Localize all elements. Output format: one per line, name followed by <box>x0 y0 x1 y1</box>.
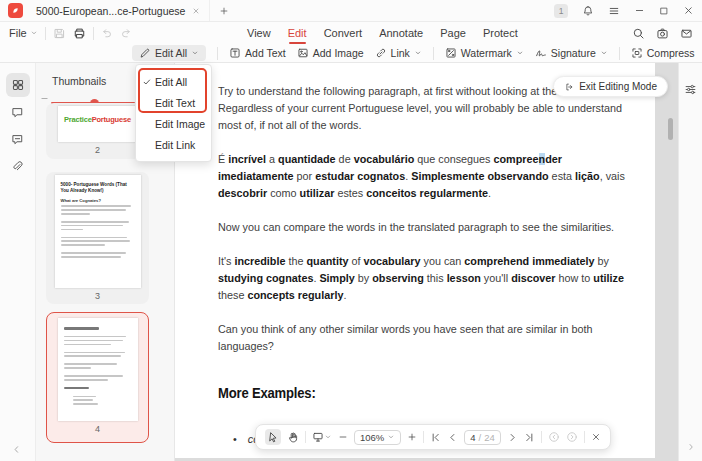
menu-item-edit[interactable]: Edit <box>288 27 307 39</box>
page-navigation-toolbar: 106% 4 / 24 <box>255 424 611 450</box>
annotations-panel-button[interactable] <box>6 127 30 151</box>
tab-close-icon[interactable] <box>192 7 200 15</box>
thumbnail-text-lines <box>64 327 132 405</box>
thumbnail-page-image: PracticePortuguese <box>58 106 138 142</box>
print-button[interactable] <box>73 27 86 40</box>
thumbnail-page-2[interactable]: PracticePortuguese 2 <box>46 103 149 159</box>
menu-item-convert[interactable]: Convert <box>324 27 363 39</box>
circle-arrow-left-icon <box>548 431 560 443</box>
pdf-editor-app: 5000-European...ce-Portuguese 1 File <box>0 0 702 461</box>
app-logo-glyph <box>10 5 21 16</box>
page-number: 4 <box>95 424 100 434</box>
chevron-down-icon <box>516 49 524 57</box>
thumbnail-page-4-selected[interactable]: 4 <box>46 312 149 443</box>
menu-item-page[interactable]: Page <box>440 27 466 39</box>
hamburger-menu-icon[interactable] <box>608 5 620 17</box>
new-tab-button[interactable] <box>219 6 229 16</box>
next-page-button[interactable] <box>507 432 518 443</box>
page-number: 3 <box>95 291 100 301</box>
capture-icon[interactable] <box>656 27 669 40</box>
sidebar-collapse-button[interactable] <box>11 444 22 455</box>
thumbnail-text-lines <box>61 205 135 258</box>
view-forward-button[interactable] <box>566 431 578 443</box>
mail-icon[interactable] <box>680 27 693 40</box>
watermark-button[interactable]: Watermark <box>445 47 524 59</box>
page-text: Try to understand the following paragrap… <box>218 83 634 448</box>
page-number-input[interactable]: 4 / 24 <box>464 430 501 445</box>
plus-icon <box>407 432 417 442</box>
document-paragraph[interactable]: É incrível a quantidade de vocabulário q… <box>218 151 634 202</box>
menu-item-protect[interactable]: Protect <box>483 27 518 39</box>
separator <box>45 27 46 40</box>
edit-all-dropdown-menu: Edit All Edit Text Edit Image Edit Link <box>135 64 212 162</box>
text-box-icon <box>229 47 241 59</box>
signature-button[interactable]: Signature <box>535 47 608 59</box>
file-menu[interactable]: File <box>9 27 38 39</box>
bell-icon[interactable] <box>582 5 594 17</box>
close-icon <box>591 432 601 442</box>
document-canvas: Try to understand the following paragrap… <box>175 63 678 461</box>
exit-editing-mode-button[interactable]: Exit Editing Mode <box>553 76 668 97</box>
link-button[interactable]: Link <box>375 47 422 59</box>
thumbnails-grid-icon <box>11 78 25 92</box>
watermark-icon <box>445 47 457 59</box>
window-controls: 1 <box>554 4 694 18</box>
redo-button[interactable] <box>120 27 132 39</box>
exit-icon <box>564 82 574 92</box>
separator <box>619 47 620 60</box>
chevron-down-icon <box>324 433 332 441</box>
separator <box>584 431 585 443</box>
window-close-button[interactable] <box>683 5 694 16</box>
window-minimize-button[interactable] <box>634 5 645 16</box>
first-page-icon <box>430 432 441 443</box>
select-tool-button[interactable] <box>265 429 281 445</box>
properties-panel-icon[interactable] <box>684 83 697 96</box>
menu-item-annotate[interactable]: Annotate <box>379 27 423 39</box>
edit-toolbar: Edit All Add Text Add Image Link Waterma… <box>0 44 702 63</box>
zoom-level-select[interactable]: 106% <box>354 430 401 445</box>
chevron-down-icon <box>387 433 395 441</box>
zoom-in-button[interactable] <box>407 432 417 442</box>
thumbnail-page-3[interactable]: 5000- Portuguese Words (That You Already… <box>46 172 149 304</box>
dropdown-item-edit-image[interactable]: Edit Image <box>136 113 211 134</box>
chevron-down-icon <box>30 29 38 37</box>
dropdown-item-edit-text[interactable]: Edit Text <box>136 92 211 113</box>
view-mode-button[interactable] <box>312 431 332 443</box>
compress-button[interactable]: Compress <box>631 47 695 59</box>
thumbnails-panel-button[interactable] <box>6 73 30 97</box>
panel-title: Thumbnails <box>52 75 106 87</box>
thumbnail-zoom-out-icon[interactable] <box>40 94 49 103</box>
close-toolbar-button[interactable] <box>591 432 601 442</box>
chevron-down-icon <box>414 49 422 57</box>
document-paragraph[interactable]: Can you think of any other similar words… <box>218 321 634 355</box>
last-page-button[interactable] <box>524 432 535 443</box>
vertical-scrollbar-thumb[interactable] <box>668 118 673 140</box>
window-maximize-button[interactable] <box>659 6 669 16</box>
document-paragraph[interactable]: Now you can compare the words in the tra… <box>218 219 634 236</box>
pencil-icon <box>139 47 151 59</box>
undo-button[interactable] <box>101 27 113 39</box>
save-button[interactable] <box>53 27 66 40</box>
dropdown-item-edit-link[interactable]: Edit Link <box>136 134 211 155</box>
check-icon <box>142 77 152 87</box>
comments-panel-button[interactable] <box>6 100 30 124</box>
dropdown-item-edit-all[interactable]: Edit All <box>136 71 211 92</box>
view-back-button[interactable] <box>548 431 560 443</box>
document-paragraph[interactable]: It's incredible the quantity of vocabula… <box>218 253 634 304</box>
previous-page-button[interactable] <box>447 432 458 443</box>
right-panel-expand-button[interactable] <box>686 442 696 452</box>
notification-badge[interactable]: 1 <box>554 4 568 18</box>
edit-all-button[interactable]: Edit All <box>132 45 206 61</box>
add-text-button[interactable]: Add Text <box>229 47 286 59</box>
hand-tool-button[interactable] <box>287 431 299 443</box>
brand-logo: PracticePortuguese <box>58 115 138 124</box>
search-icon[interactable] <box>632 27 645 40</box>
paperclip-icon <box>11 160 24 173</box>
attachments-panel-button[interactable] <box>6 154 30 178</box>
menu-item-view[interactable]: View <box>247 27 271 39</box>
document-tab[interactable]: 5000-European...ce-Portuguese <box>32 0 210 21</box>
zoom-out-button[interactable] <box>338 432 348 442</box>
document-heading[interactable]: More Examples: <box>218 385 592 402</box>
first-page-button[interactable] <box>430 432 441 443</box>
add-image-button[interactable]: Add Image <box>297 47 364 59</box>
